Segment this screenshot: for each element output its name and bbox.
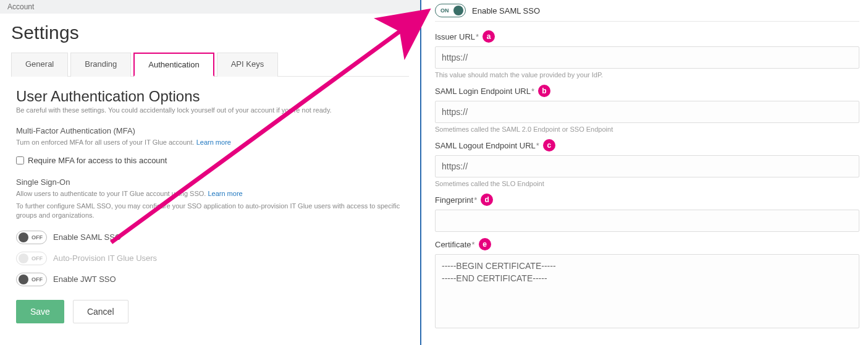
fingerprint-group: Fingerprint* d: [435, 194, 859, 232]
login-endpoint-hint: Sometimes called the SAML 2.0 Endpoint o…: [435, 126, 859, 133]
enable-jwt-sso-row: OFF Enable JWT SSO: [16, 273, 407, 286]
certificate-group: Certificate* e: [435, 238, 859, 330]
marker-a: a: [482, 30, 495, 43]
issuer-url-group: Issuer URL* a This value should match th…: [435, 30, 859, 79]
login-endpoint-group: SAML Login Endpoint URL* b Sometimes cal…: [435, 85, 859, 133]
login-endpoint-input[interactable]: [435, 101, 859, 123]
certificate-textarea[interactable]: [435, 254, 859, 328]
issuer-url-hint: This value should match the value provid…: [435, 71, 859, 79]
sso-help-text-2: To further configure SAML SSO, you may c…: [16, 202, 407, 221]
issuer-url-input[interactable]: [435, 46, 859, 69]
sso-learn-more-link[interactable]: Learn more: [208, 190, 242, 197]
logout-endpoint-hint: Sometimes called the SLO Endpoint: [435, 180, 859, 187]
certificate-label: Certificate: [435, 240, 471, 249]
marker-b: b: [538, 85, 550, 97]
tab-branding[interactable]: Branding: [70, 53, 131, 77]
enable-jwt-sso-label: Enable JWT SSO: [53, 275, 116, 284]
marker-c: c: [543, 139, 555, 151]
tab-general[interactable]: General: [11, 53, 68, 77]
tab-authentication[interactable]: Authentication: [133, 53, 214, 77]
tab-api-keys[interactable]: API Keys: [217, 53, 278, 77]
saml-config-panel: a ON Enable SAML SSO Issuer URL* a This …: [420, 0, 868, 345]
auth-options-subtitle: Be careful with these settings. You coul…: [16, 106, 407, 114]
divider: [435, 21, 859, 22]
auto-provision-label: Auto-Provision IT Glue Users: [53, 253, 157, 263]
enable-saml-sso-row: OFF Enable SAML SSO: [16, 231, 407, 244]
fingerprint-label: Fingerprint: [435, 195, 473, 205]
auto-provision-row: OFF Auto-Provision IT Glue Users: [16, 252, 407, 265]
marker-e: e: [479, 238, 491, 250]
mfa-learn-more-link[interactable]: Learn more: [196, 138, 231, 146]
enable-saml-sso-toggle-on[interactable]: a ON: [435, 4, 466, 17]
sso-help-text-1: Allow users to authenticate to your IT G…: [16, 189, 407, 198]
cancel-button[interactable]: Cancel: [73, 300, 129, 323]
enable-jwt-sso-toggle[interactable]: OFF: [16, 273, 47, 286]
tabs: General Branding Authentication API Keys: [11, 52, 409, 77]
auto-provision-toggle: OFF: [16, 252, 47, 265]
issuer-url-label: Issuer URL: [435, 32, 475, 41]
logout-endpoint-group: SAML Logout Endpoint URL* c Sometimes ca…: [435, 139, 859, 187]
logout-endpoint-label: SAML Logout Endpoint URL: [435, 141, 536, 150]
enable-saml-sso-row-right: a ON Enable SAML SSO: [435, 4, 859, 17]
mfa-heading: Multi-Factor Authentication (MFA): [16, 126, 407, 135]
logout-endpoint-input[interactable]: [435, 155, 859, 177]
require-mfa-label: Require MFA for access to this account: [28, 156, 167, 165]
mfa-help-text: Turn on enforced MFA for all users of yo…: [16, 138, 407, 147]
fingerprint-input[interactable]: [435, 210, 859, 232]
page-title: Settings: [0, 14, 420, 52]
enable-saml-sso-label-right: Enable SAML SSO: [472, 6, 540, 15]
auth-options-title: User Authentication Options: [16, 88, 407, 105]
require-mfa-checkbox-row[interactable]: Require MFA for access to this account: [16, 156, 407, 165]
require-mfa-checkbox[interactable]: [16, 156, 24, 164]
marker-d: d: [481, 194, 493, 206]
settings-panel: Account Settings General Branding Authen…: [0, 0, 420, 345]
sso-heading: Single Sign-On: [16, 177, 407, 187]
enable-saml-sso-label: Enable SAML SSO: [53, 232, 121, 242]
enable-saml-sso-toggle[interactable]: OFF: [16, 231, 47, 244]
login-endpoint-label: SAML Login Endpoint URL: [435, 87, 531, 96]
save-button[interactable]: Save: [16, 300, 64, 323]
breadcrumb: Account: [0, 0, 420, 14]
